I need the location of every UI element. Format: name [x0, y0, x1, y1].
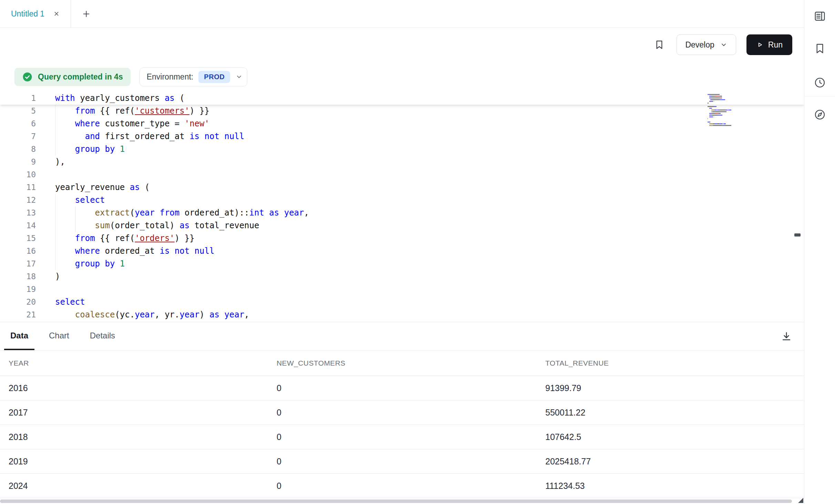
history-icon	[814, 76, 826, 89]
sql-editor[interactable]: 1with yearly_customers as ( 5 from {{ re…	[0, 92, 804, 322]
column-header: TOTAL_REVENUE	[545, 359, 804, 367]
environment-selector[interactable]: Environment: PROD	[140, 67, 248, 86]
code-line: 7 and first_ordered_at is not null	[0, 130, 804, 143]
table-cell: 2018	[9, 432, 277, 442]
code-text: where customer_type = 'new'	[55, 117, 209, 130]
results-tab-data[interactable]: Data	[4, 322, 34, 350]
table-cell: 2016	[9, 383, 277, 393]
line-number: 13	[0, 207, 55, 219]
tab-untitled-1[interactable]: Untitled 1	[0, 0, 71, 28]
table-cell: 2017	[9, 408, 277, 418]
code-line: 8 group by 1	[0, 143, 804, 156]
explore-panel-button[interactable]	[810, 105, 829, 124]
table-body: 2016091399.7920170550011.2220180107642.5…	[0, 376, 804, 498]
scrollbar-thumb[interactable]	[0, 500, 792, 503]
code-text: sum(order_total) as total_revenue	[55, 219, 259, 232]
code-text: ),	[55, 156, 65, 168]
table-cell: 550011.22	[545, 408, 804, 418]
results-tab-details[interactable]: Details	[84, 322, 121, 350]
model-ref-link[interactable]: 'orders'	[135, 233, 175, 243]
minimap[interactable]	[708, 94, 752, 127]
line-number: 8	[0, 143, 55, 156]
code-line: 15 from {{ ref('orders') }}	[0, 232, 804, 245]
run-button[interactable]: Run	[746, 34, 792, 55]
outline-panel-button[interactable]	[810, 7, 829, 26]
explore-icon	[814, 108, 826, 121]
table-cell: 107642.5	[545, 432, 804, 442]
resize-grip[interactable]	[798, 498, 803, 503]
code-text: where ordered_at is not null	[55, 245, 214, 258]
line-number: 17	[0, 258, 55, 270]
line-number: 9	[0, 156, 55, 168]
code-line: 20select	[0, 296, 804, 308]
code-line: 6 where customer_type = 'new'	[0, 117, 804, 130]
code-line: 17 group by 1	[0, 258, 804, 270]
code-text: extract(year from ordered_at)::int as ye…	[55, 207, 309, 219]
run-label: Run	[768, 40, 783, 50]
line-number: 11	[0, 181, 55, 194]
close-tab-icon[interactable]	[51, 9, 62, 19]
download-results-button[interactable]	[779, 329, 794, 344]
success-check-icon	[22, 72, 33, 82]
app-window: Untitled 1 Develop Run	[0, 0, 835, 504]
bookmark-icon	[654, 39, 665, 50]
environment-label: Environment:	[147, 72, 194, 82]
right-sidebar	[804, 0, 835, 504]
history-panel-button[interactable]	[810, 73, 829, 92]
code-text: group by 1	[55, 258, 125, 270]
indent-guide	[55, 194, 55, 270]
code-text: yearly_revenue as (	[55, 181, 150, 194]
line-number: 12	[0, 194, 55, 207]
new-tab-button[interactable]	[75, 0, 97, 28]
tab-label: Untitled 1	[11, 9, 44, 19]
table-cell: 0	[277, 432, 545, 442]
develop-dropdown[interactable]: Develop	[677, 34, 736, 55]
code-line: 14 sum(order_total) as total_revenue	[0, 219, 804, 232]
line-number: 20	[0, 296, 55, 308]
code-text: )	[55, 270, 60, 283]
code-line: 19	[0, 283, 804, 296]
play-icon	[756, 41, 764, 49]
editor-body[interactable]: 5 from {{ ref('customers') }}6 where cus…	[0, 105, 804, 322]
code-line: 21 coalesce(yc.year, yr.year) as year,	[0, 308, 804, 321]
table-cell: 2024	[9, 481, 277, 491]
line-number: 22	[0, 321, 55, 322]
line-number: 19	[0, 283, 55, 296]
download-icon	[781, 330, 792, 342]
code-text: group by 1	[55, 143, 125, 156]
results-tab-chart[interactable]: Chart	[43, 322, 75, 350]
code-line: 16 where ordered_at is not null	[0, 245, 804, 258]
bookmarks-panel-button[interactable]	[810, 39, 829, 58]
line-number: 5	[0, 105, 55, 117]
code-text: select	[55, 296, 85, 308]
line-number: 15	[0, 232, 55, 245]
code-line: 10	[0, 168, 804, 181]
main-column: Untitled 1 Develop Run	[0, 0, 804, 504]
line-number: 21	[0, 308, 55, 321]
sidebar-divider	[804, 96, 835, 96]
bookmark-button[interactable]	[652, 38, 666, 52]
results-tabs: DataChartDetails	[0, 322, 804, 350]
bookmark-icon	[814, 42, 826, 55]
table-cell: 2025418.77	[545, 456, 804, 466]
model-ref-link[interactable]: 'customers'	[135, 106, 189, 116]
code-line: 22 coalesce(yc.new_customers, 0) as new_…	[0, 321, 804, 322]
chevron-down-icon	[235, 73, 243, 81]
code-text: coalesce(yc.year, yr.year) as year,	[55, 308, 249, 321]
environment-badge: PROD	[198, 71, 230, 83]
code-text: from {{ ref('customers') }}	[55, 105, 209, 117]
chevron-down-icon	[720, 41, 728, 49]
table-row: 20170550011.22	[0, 400, 804, 425]
code-line: 13 extract(year from ordered_at)::int as…	[0, 207, 804, 219]
develop-label: Develop	[685, 40, 714, 50]
horizontal-scrollbar[interactable]	[0, 498, 804, 504]
code-text: with yearly_customers as (	[55, 92, 185, 105]
line-number: 16	[0, 245, 55, 258]
table-cell: 0	[277, 456, 545, 466]
sticky-line: 1with yearly_customers as (	[0, 92, 804, 105]
table-row: 20240111234.53	[0, 474, 804, 498]
code-line: 1with yearly_customers as (	[0, 92, 804, 105]
code-line: 11yearly_revenue as (	[0, 181, 804, 194]
code-text: from {{ ref('orders') }}	[55, 232, 195, 245]
table-row: 201902025418.77	[0, 449, 804, 474]
